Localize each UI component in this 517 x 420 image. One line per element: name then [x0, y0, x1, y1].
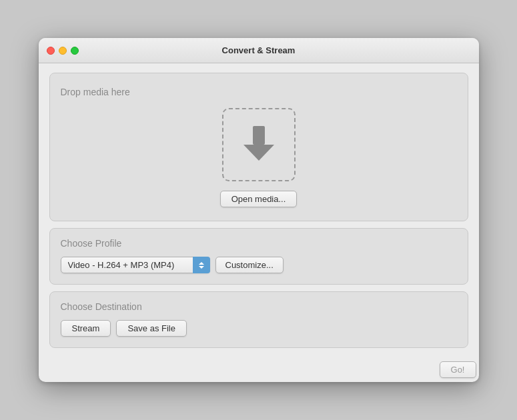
go-button[interactable]: Go!: [440, 361, 476, 378]
profile-select-wrapper: Video - H.264 + MP3 (MP4) Audio - MP3 Vi…: [61, 257, 210, 273]
svg-rect-0: [253, 126, 265, 145]
maximize-button[interactable]: [71, 47, 79, 55]
download-arrow-icon: [241, 123, 277, 166]
traffic-lights: [47, 47, 79, 55]
close-button[interactable]: [47, 47, 55, 55]
drop-media-label: Drop media here: [61, 87, 130, 97]
destination-buttons: Stream Save as File: [61, 320, 457, 337]
titlebar: Convert & Stream: [39, 38, 479, 63]
footer: Go!: [39, 359, 479, 382]
window-content: Drop media here Open media... Choose Pro…: [39, 63, 479, 359]
drop-zone[interactable]: [222, 108, 296, 181]
stream-button[interactable]: Stream: [61, 320, 111, 337]
destination-label: Choose Destination: [61, 301, 457, 312]
app-window: Convert & Stream Drop media here Open me…: [39, 38, 479, 382]
open-media-button[interactable]: Open media...: [220, 191, 298, 207]
drop-media-panel: Drop media here Open media...: [49, 73, 468, 221]
minimize-button[interactable]: [59, 47, 67, 55]
choose-destination-panel: Choose Destination Stream Save as File: [49, 291, 468, 348]
customize-button[interactable]: Customize...: [215, 257, 284, 273]
svg-marker-1: [243, 145, 274, 161]
window-title: Convert & Stream: [222, 45, 296, 55]
profile-select[interactable]: Video - H.264 + MP3 (MP4) Audio - MP3 Vi…: [61, 257, 210, 273]
save-as-file-button[interactable]: Save as File: [116, 320, 187, 337]
choose-profile-panel: Choose Profile Video - H.264 + MP3 (MP4)…: [49, 228, 468, 285]
profile-row: Video - H.264 + MP3 (MP4) Audio - MP3 Vi…: [61, 257, 457, 273]
profile-label: Choose Profile: [61, 238, 457, 249]
